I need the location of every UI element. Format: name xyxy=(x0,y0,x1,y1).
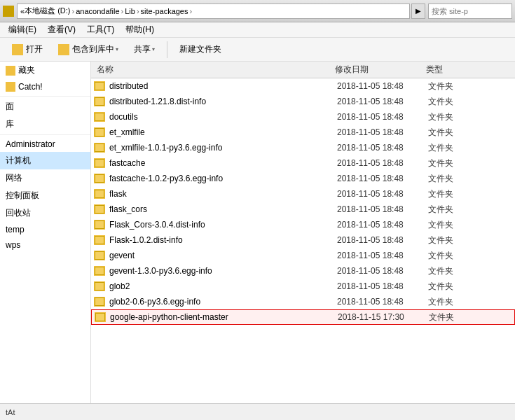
file-date: 2018-11-05 18:48 xyxy=(337,127,428,137)
file-type: 文件夹 xyxy=(428,142,484,154)
file-name: gevent-1.3.0-py3.6.egg-info xyxy=(109,266,337,276)
file-name: fastcache xyxy=(109,158,337,168)
file-date: 2018-11-05 18:48 xyxy=(337,112,428,122)
file-type: 文件夹 xyxy=(428,188,484,200)
include-button[interactable]: 包含到库中 ▾ xyxy=(52,41,125,59)
file-type: 文件夹 xyxy=(429,312,485,323)
file-date: 2018-11-05 18:48 xyxy=(337,174,428,183)
menu-view[interactable]: 查看(V) xyxy=(42,22,81,37)
sidebar-item-temp[interactable]: temp xyxy=(0,222,90,237)
file-name: distributed xyxy=(109,81,337,91)
status-bar: tAt xyxy=(0,403,515,420)
sidebar-item-library[interactable]: 库 xyxy=(0,115,90,133)
sidebar-item-surface[interactable]: 面 xyxy=(0,98,90,115)
file-date: 2018-11-05 18:48 xyxy=(337,235,428,245)
table-row[interactable]: distributed2018-11-05 18:48文件夹 xyxy=(91,78,515,94)
file-list-container: 名称 修改日期 类型 distributed2018-11-05 18:48文件… xyxy=(91,62,515,403)
file-date: 2018-11-15 17:30 xyxy=(338,312,429,322)
file-date: 2018-11-05 18:48 xyxy=(337,189,428,199)
address-folder2: Lib xyxy=(125,7,135,15)
table-row[interactable]: distributed-1.21.8.dist-info2018-11-05 1… xyxy=(91,94,515,109)
table-row[interactable]: flask_cors2018-11-05 18:48文件夹 xyxy=(91,202,515,217)
main-content: 藏夹 Catch! 面 库 Administrator 计算机 网络 控制面板 … xyxy=(0,62,515,403)
sidebar-label-admin: Administrator xyxy=(6,139,55,149)
sidebar-item-network[interactable]: 网络 xyxy=(0,169,90,187)
table-row[interactable]: Flask_Cors-3.0.4.dist-info2018-11-05 18:… xyxy=(91,217,515,232)
folder-icon xyxy=(94,112,105,122)
sidebar-label-network: 网络 xyxy=(6,172,22,184)
file-date: 2018-11-05 18:48 xyxy=(337,97,428,106)
file-date: 2018-11-05 18:48 xyxy=(337,204,428,214)
menu-tools[interactable]: 工具(T) xyxy=(81,22,120,37)
file-date: 2018-11-05 18:48 xyxy=(337,220,428,230)
sidebar-item-controlpanel[interactable]: 控制面板 xyxy=(0,187,90,204)
table-row[interactable]: glob2-0.6-py3.6.egg-info2018-11-05 18:48… xyxy=(91,294,515,309)
table-row[interactable]: docutils2018-11-05 18:48文件夹 xyxy=(91,109,515,125)
table-row[interactable]: glob22018-11-05 18:48文件夹 xyxy=(91,279,515,294)
file-name: gevent xyxy=(109,251,337,260)
table-row[interactable]: google-api-python-client-master2018-11-1… xyxy=(91,309,515,325)
file-name: Flask_Cors-3.0.4.dist-info xyxy=(109,220,337,230)
sidebar-label-catch: Catch! xyxy=(18,82,43,92)
sidebar-item-wps[interactable]: wps xyxy=(0,237,90,253)
file-name: fastcache-1.0.2-py3.6.egg-info xyxy=(109,174,337,183)
folder-icon xyxy=(94,235,105,245)
folder-icon xyxy=(94,81,105,91)
open-button[interactable]: 打开 xyxy=(6,41,49,59)
file-date: 2018-11-05 18:48 xyxy=(337,266,428,276)
sidebar-label-library: 库 xyxy=(6,118,14,130)
sidebar-item-recycle[interactable]: 回收站 xyxy=(0,204,90,222)
toolbar: 打开 包含到库中 ▾ 共享 ▾ 新建文件夹 xyxy=(0,38,515,62)
include-label: 包含到库中 xyxy=(72,43,114,55)
file-name: et_xmlfile-1.0.1-py3.6.egg-info xyxy=(109,143,337,153)
file-date: 2018-11-05 18:48 xyxy=(337,158,428,168)
share-label: 共享 xyxy=(134,43,151,55)
file-type: 文件夹 xyxy=(428,80,484,92)
menu-help[interactable]: 帮助(H) xyxy=(120,22,160,37)
sidebar-item-favorites[interactable]: 藏夹 xyxy=(0,62,90,79)
sidebar-item-catch[interactable]: Catch! xyxy=(0,79,90,94)
file-date: 2018-11-05 18:48 xyxy=(337,281,428,291)
sidebar-item-administrator[interactable]: Administrator xyxy=(0,136,90,152)
folder-icon xyxy=(94,220,105,230)
new-folder-button[interactable]: 新建文件夹 xyxy=(173,41,228,59)
table-row[interactable]: fastcache2018-11-05 18:48文件夹 xyxy=(91,155,515,171)
address-bar[interactable]: « 本地磁盘 (D:) › anacondafile › Lib › site-… xyxy=(17,4,410,19)
file-name: flask xyxy=(109,189,337,199)
folder-icon xyxy=(94,127,105,137)
title-bar: « 本地磁盘 (D:) › anacondafile › Lib › site-… xyxy=(0,0,515,22)
table-row[interactable]: et_xmlfile2018-11-05 18:48文件夹 xyxy=(91,125,515,140)
sidebar-item-computer[interactable]: 计算机 xyxy=(0,152,90,169)
table-row[interactable]: flask2018-11-05 18:48文件夹 xyxy=(91,186,515,202)
file-date: 2018-11-05 18:48 xyxy=(337,251,428,260)
table-row[interactable]: fastcache-1.0.2-py3.6.egg-info2018-11-05… xyxy=(91,171,515,186)
address-folder1: anacondafile xyxy=(76,7,119,15)
folder-icon xyxy=(94,158,105,168)
folder-icon xyxy=(94,281,105,291)
address-drive: 本地磁盘 (D:) xyxy=(25,6,70,16)
sidebar-label-temp: temp xyxy=(6,225,25,234)
open-label: 打开 xyxy=(26,43,43,55)
col-header-name[interactable]: 名称 xyxy=(94,64,332,76)
include-dropdown-arrow: ▾ xyxy=(116,46,118,52)
file-type: 文件夹 xyxy=(428,296,484,308)
refresh-button[interactable]: ▶ xyxy=(411,4,425,19)
address-folder3: site-packages xyxy=(141,7,188,15)
col-header-type[interactable]: 类型 xyxy=(423,64,479,76)
table-row[interactable]: gevent-1.3.0-py3.6.egg-info2018-11-05 18… xyxy=(91,263,515,279)
table-row[interactable]: et_xmlfile-1.0.1-py3.6.egg-info2018-11-0… xyxy=(91,140,515,155)
search-input[interactable] xyxy=(428,4,512,19)
file-type: 文件夹 xyxy=(428,250,484,262)
toolbar-separator xyxy=(167,41,167,58)
share-button[interactable]: 共享 ▾ xyxy=(128,41,161,59)
folder-icon xyxy=(95,312,106,322)
sidebar-label-wps: wps xyxy=(6,240,20,250)
folder-icon xyxy=(94,143,105,153)
col-header-date[interactable]: 修改日期 xyxy=(332,64,423,76)
sidebar-label-controlpanel: 控制面板 xyxy=(6,190,39,202)
table-row[interactable]: Flask-1.0.2.dist-info2018-11-05 18:48文件夹 xyxy=(91,232,515,248)
file-date: 2018-11-05 18:48 xyxy=(337,143,428,153)
file-type: 文件夹 xyxy=(428,234,484,246)
menu-edit[interactable]: 编辑(E) xyxy=(3,22,42,37)
table-row[interactable]: gevent2018-11-05 18:48文件夹 xyxy=(91,248,515,263)
